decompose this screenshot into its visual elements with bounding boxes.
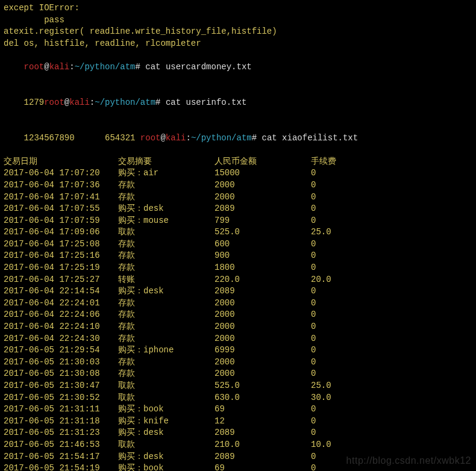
code-line: del os, histfile, readline, rlcompleter [4, 38, 472, 50]
cell-summary: 购买：desk [118, 203, 215, 215]
cell-date: 2017-06-04 22:14:54 [4, 285, 118, 298]
prompt-at: @ [64, 98, 69, 107]
cell-date: 2017-06-05 21:30:08 [4, 368, 118, 380]
table-row: 2017-06-04 17:07:36存款20000 [4, 179, 472, 192]
cell-date: 2017-06-05 21:31:18 [4, 416, 118, 428]
table-row: 2017-06-05 21:30:08存款20000 [4, 368, 472, 380]
prompt-hash: # [135, 62, 145, 72]
cell-date: 2017-06-04 17:25:16 [4, 250, 118, 262]
table-row: 2017-06-05 21:30:47取款525.025.0 [4, 380, 472, 392]
table-row: 2017-06-04 17:25:16存款9000 [4, 250, 472, 262]
cell-date: 2017-06-05 21:46:53 [4, 439, 118, 451]
cell-summary: 存款 [118, 298, 215, 310]
prompt-hash: # [252, 133, 262, 143]
prompt-user: root [44, 98, 64, 107]
cell-date: 2017-06-04 17:07:41 [4, 192, 118, 204]
cell-amount: 2000 [215, 179, 311, 192]
cell-fee: 0 [311, 309, 383, 321]
cell-amount: 630.0 [215, 392, 311, 404]
table-row: 2017-06-04 22:14:54购买：desk20890 [4, 285, 472, 298]
cell-fee: 0 [311, 357, 383, 369]
cell-date: 2017-06-04 17:07:59 [4, 215, 118, 227]
prompt-colon: : [186, 133, 190, 143]
prompt-host: kali [166, 133, 186, 143]
table-row: 2017-06-04 17:25:08存款6000 [4, 239, 472, 251]
cell-summary: 存款 [118, 333, 215, 345]
table-row: 2017-06-04 22:24:30存款20000 [4, 333, 472, 345]
prompt-colon: : [90, 98, 95, 107]
cell-fee: 10.0 [311, 439, 383, 451]
table-row: 2017-06-05 21:30:03存款20000 [4, 357, 472, 369]
code-line: except IOError: [4, 2, 472, 14]
cell-amount: 69 [215, 404, 311, 416]
table-row: 2017-06-04 22:24:10存款20000 [4, 321, 472, 333]
table-header: 交易日期 交易摘要 人民币金额 手续费 [4, 156, 472, 168]
output-line-1: 1279root@kali:~/python/atm# cat userinfo… [4, 85, 472, 120]
cell-date: 2017-06-04 17:07:20 [4, 167, 118, 179]
cell-summary: 存款 [118, 368, 215, 380]
command-text: cat usercardmoney.txt [145, 62, 251, 72]
cell-amount: 15000 [215, 167, 311, 179]
cell-amount: 900 [215, 250, 311, 262]
prompt-hash: # [155, 98, 166, 107]
cell-date: 2017-06-04 17:07:36 [4, 179, 118, 192]
cell-amount: 2089 [215, 203, 311, 215]
cell-fee: 0 [311, 250, 383, 262]
cell-fee: 0 [311, 427, 383, 439]
table-row: 2017-06-04 17:25:19存款18000 [4, 262, 472, 274]
header-amount: 人民币金额 [215, 156, 311, 168]
prompt-at: @ [44, 62, 49, 72]
cell-summary: 取款 [118, 439, 215, 451]
terminal-window[interactable]: except IOError: pass atexit.register( re… [0, 0, 476, 471]
cell-date: 2017-06-04 17:09:06 [4, 226, 118, 239]
table-row: 2017-06-04 17:25:27转账220.020.0 [4, 274, 472, 286]
cell-summary: 转账 [118, 274, 215, 286]
table-row: 2017-06-04 17:07:41存款20000 [4, 192, 472, 204]
cell-summary: 取款 [118, 226, 215, 239]
cell-fee: 0 [311, 321, 383, 333]
table-body: 2017-06-04 17:07:20购买：air1500002017-06-0… [4, 167, 472, 471]
cell-amount: 2000 [215, 368, 311, 380]
cell-summary: 购买：book [118, 463, 215, 471]
cell-date: 2017-06-05 21:30:52 [4, 392, 118, 404]
prompt-host: kali [49, 62, 70, 72]
prompt-path: ~/python/atm [191, 133, 252, 143]
table-row: 2017-06-05 21:29:54购买：iphone69990 [4, 345, 472, 357]
cell-amount: 525.0 [215, 380, 311, 392]
cell-fee: 0 [311, 333, 383, 345]
cell-fee: 0 [311, 368, 383, 380]
cell-summary: 购买：mouse [118, 215, 215, 227]
table-row: 2017-06-04 17:07:20购买：air150000 [4, 167, 472, 179]
cell-amount: 2000 [215, 321, 311, 333]
cell-date: 2017-06-04 17:25:27 [4, 274, 118, 286]
cell-amount: 2000 [215, 192, 311, 204]
cell-summary: 取款 [118, 380, 215, 392]
cell-summary: 购买：book [118, 404, 215, 416]
cell-date: 2017-06-04 22:24:06 [4, 309, 118, 321]
command-text: cat userinfo.txt [166, 98, 246, 107]
cell-fee: 25.0 [311, 226, 383, 239]
code-line: pass [4, 14, 472, 27]
cell-amount: 12 [215, 416, 311, 428]
table-row: 2017-06-05 21:31:18购买：knife120 [4, 416, 472, 428]
cell-fee: 0 [311, 262, 383, 274]
output-value: 1279 [24, 98, 45, 107]
table-row: 2017-06-05 21:30:52取款630.030.0 [4, 392, 472, 404]
cell-amount: 600 [215, 239, 311, 251]
cell-date: 2017-06-04 22:24:30 [4, 333, 118, 345]
prompt-path: ~/python/atm [95, 98, 155, 107]
cell-summary: 存款 [118, 239, 215, 251]
prompt-colon: : [69, 62, 74, 72]
cell-summary: 存款 [118, 262, 215, 274]
cell-fee: 0 [311, 203, 383, 215]
cell-date: 2017-06-05 21:54:19 [4, 463, 118, 471]
prompt-at: @ [160, 133, 165, 143]
cell-amount: 2000 [215, 333, 311, 345]
prompt-user: root [140, 133, 161, 143]
cell-date: 2017-06-05 21:29:54 [4, 345, 118, 357]
cell-summary: 购买：desk [118, 427, 215, 439]
cell-summary: 购买：air [118, 167, 215, 179]
table-row: 2017-06-05 21:31:11购买：book690 [4, 404, 472, 416]
table-row: 2017-06-05 21:31:23购买：desk20890 [4, 427, 472, 439]
cell-date: 2017-06-05 21:30:47 [4, 380, 118, 392]
